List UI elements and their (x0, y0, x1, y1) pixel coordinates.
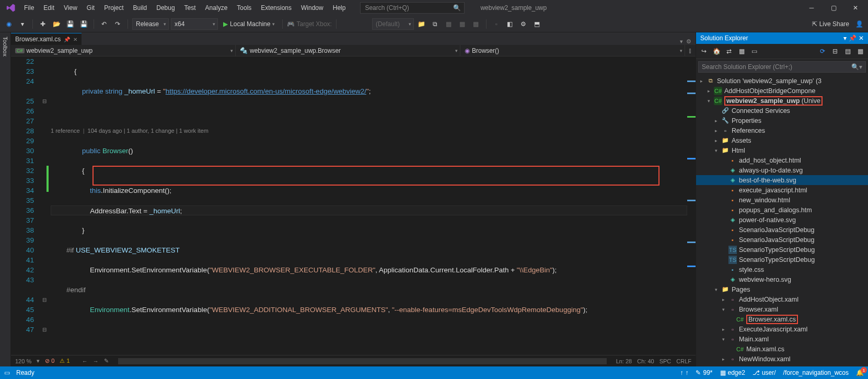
show-all-icon[interactable]: ▤ (842, 46, 853, 56)
close-tab-icon[interactable]: ✕ (73, 37, 77, 42)
menu-extensions[interactable]: Extensions (257, 2, 296, 14)
tree-item[interactable]: ▸📁Assets (696, 135, 868, 145)
ch-indicator[interactable]: Ch: 40 (637, 358, 654, 364)
live-share-button[interactable]: ⇱ Live Share (812, 20, 849, 28)
filter-icon[interactable]: ▦ (736, 46, 747, 56)
save-all-button[interactable]: 💾 (78, 18, 89, 30)
tree-item[interactable]: ▾📁Pages (696, 284, 868, 294)
code-text[interactable]: { private string _homeUrl = "https://dev… (49, 56, 687, 355)
tool-button-9[interactable]: ⬒ (531, 18, 543, 30)
ln-indicator[interactable]: Ln: 28 (616, 358, 632, 364)
repo-indicator[interactable]: ▦ edge2 (720, 369, 745, 376)
pin-icon[interactable]: 📌 (849, 35, 857, 42)
user-icon[interactable]: 👤 (853, 18, 865, 30)
path-indicator[interactable]: /force_navigation_wcos (783, 369, 849, 376)
tree-item[interactable]: ▸▫References (696, 125, 868, 135)
tree-item[interactable]: C#Main.xaml.cs (696, 344, 868, 354)
sync-icon[interactable]: ⇄ (723, 46, 735, 56)
tree-item[interactable]: ▪ScenarioJavaScriptDebug (696, 225, 868, 235)
nav-fwd-icon[interactable]: → (93, 358, 99, 364)
nav-icon[interactable]: ✎ (104, 358, 109, 364)
properties-icon[interactable]: ▦ (854, 46, 866, 56)
tree-item[interactable]: ▾C#webview2_sample_uwp (Unive (696, 96, 868, 106)
tree-item[interactable]: C#NewWindow.xaml.cs (696, 364, 868, 366)
tree-item[interactable]: ▸▫ExecuteJavascript.xaml (696, 324, 868, 334)
tree-item[interactable]: ▪execute_javascript.html (696, 185, 868, 195)
tree-item[interactable]: ▸🔧Properties (696, 116, 868, 125)
open-button[interactable]: 📂 (51, 18, 62, 30)
menu-git[interactable]: Git (83, 2, 99, 14)
nav-project[interactable]: C#webview2_sample_uwp (11, 45, 236, 56)
solution-explorer-header[interactable]: Solution Explorer ▾📌✕ (696, 32, 868, 44)
tree-item[interactable]: ◈always-up-to-date.svg (696, 165, 868, 175)
tree-item[interactable]: ▾▫Browser.xaml (696, 304, 868, 314)
dropdown-icon[interactable]: ▾ (843, 35, 847, 42)
collapse-icon[interactable]: ⊟ (829, 46, 841, 56)
config-combo[interactable]: Release (132, 18, 169, 30)
spc-indicator[interactable]: SPC (659, 358, 672, 364)
refresh-icon[interactable]: ⟳ (817, 46, 828, 56)
warnings-indicator[interactable]: ⚠ 1 (60, 358, 70, 364)
tool-button-8[interactable]: ⚙ (518, 18, 529, 30)
gear-icon[interactable]: ⚙ (686, 38, 691, 45)
tree-item[interactable]: ▸▫AddHostObject.xaml (696, 294, 868, 304)
dropdown-icon[interactable]: ▾ (17, 18, 28, 30)
tool-button-2[interactable]: ⧉ (430, 18, 441, 30)
save-button[interactable]: 💾 (64, 18, 76, 30)
tree-item[interactable]: ▸⧉Solution 'webview2_sample_uwp' (3 (696, 76, 868, 86)
scope-icon[interactable]: ▭ (748, 46, 760, 56)
default-combo[interactable]: (Default) (372, 18, 414, 30)
tree-item[interactable]: C#Browser.xaml.cs (696, 314, 868, 324)
run-button[interactable]: ▶ Local Machine ▾ (220, 18, 278, 30)
scroll-map[interactable] (687, 56, 696, 355)
new-item-button[interactable]: ✚ (37, 18, 49, 30)
tool-button-1[interactable]: 📁 (416, 18, 427, 30)
back-button[interactable]: ◉ (3, 18, 15, 30)
nav-class[interactable]: 🔩webview2_sample_uwp.Browser (236, 45, 460, 56)
branch-indicator[interactable]: ⎇ user/ (753, 369, 776, 376)
home-icon[interactable]: 🏠 (711, 46, 722, 56)
solution-tree[interactable]: ▸⧉Solution 'webview2_sample_uwp' (3▸C#Ad… (696, 75, 868, 366)
menu-view[interactable]: View (60, 2, 82, 14)
tree-item[interactable]: 🔗Connected Services (696, 106, 868, 116)
menu-tools[interactable]: Tools (233, 2, 256, 14)
menu-build[interactable]: Build (129, 2, 152, 14)
source-control-up[interactable]: ↑ ↑ (680, 369, 688, 376)
code-editor[interactable]: 2223242526272829303132333435363738394041… (11, 56, 696, 355)
menu-debug[interactable]: Debug (152, 2, 179, 14)
crlf-indicator[interactable]: CRLF (676, 358, 691, 364)
horizontal-scrollbar[interactable] (118, 358, 607, 364)
tree-item[interactable]: ▪style.css (696, 265, 868, 274)
search-box[interactable]: Search (Ctrl+Q) 🔍 (360, 2, 465, 14)
menu-help[interactable]: Help (329, 2, 350, 14)
tool-button-7[interactable]: ◧ (504, 18, 516, 30)
redo-button[interactable]: ↷ (112, 18, 123, 30)
zoom-level[interactable]: 120 % (15, 358, 31, 364)
minimize-button[interactable]: ─ (801, 1, 822, 15)
tree-item[interactable]: ▸C#AddHostObjectBridgeCompone (696, 86, 868, 96)
tree-item[interactable]: ▾▫Main.xaml (696, 334, 868, 344)
close-button[interactable]: ✕ (845, 1, 866, 15)
notifications-icon[interactable]: 🔔1 (856, 369, 864, 376)
solution-search[interactable]: Search Solution Explorer (Ctrl+;) 🔍▾ (698, 61, 866, 73)
tree-item[interactable]: ▸▫NewWindow.xaml (696, 354, 868, 364)
split-editor-button[interactable]: ⫿ (685, 45, 696, 56)
maximize-button[interactable]: ▢ (823, 1, 844, 15)
menu-window[interactable]: Window (297, 2, 328, 14)
nav-back-icon[interactable]: ← (82, 358, 88, 364)
tree-item[interactable]: ◈webview-hero.svg (696, 274, 868, 284)
pending-changes[interactable]: ✎ 99* (696, 369, 712, 376)
tree-item[interactable]: ▾📁Html (696, 145, 868, 155)
close-panel-icon[interactable]: ✕ (859, 35, 864, 42)
undo-button[interactable]: ↶ (98, 18, 110, 30)
back-icon[interactable]: ↪ (698, 46, 710, 56)
pin-icon[interactable]: 📌 (64, 37, 70, 42)
tree-item[interactable]: ◈power-of-native.svg (696, 215, 868, 225)
menu-edit[interactable]: Edit (39, 2, 59, 14)
menu-project[interactable]: Project (100, 2, 128, 14)
tab-browser-xaml-cs[interactable]: Browser.xaml.cs 📌 ✕ (11, 33, 82, 45)
tree-item[interactable]: ▪add_host_object.html (696, 155, 868, 165)
fold-gutter[interactable]: ⊟⊟⊟ (40, 56, 49, 355)
tree-item[interactable]: TSScenarioTypeScriptDebug (696, 245, 868, 255)
errors-indicator[interactable]: ⊘ 0 (45, 358, 54, 364)
